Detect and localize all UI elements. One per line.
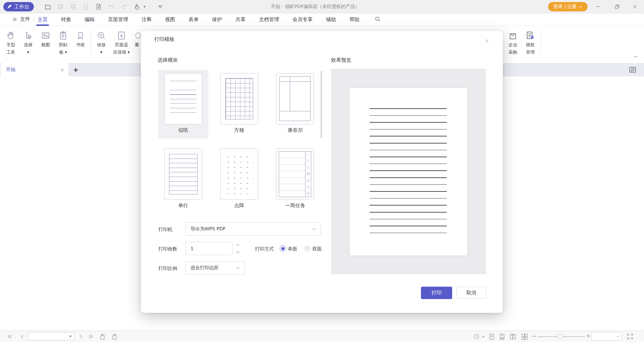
zoom-percent-combobox[interactable] [591,332,622,341]
menu-item-member[interactable]: 会员专享 [292,16,313,23]
login-caret-icon [579,5,582,9]
copies-increment-button[interactable] [235,243,240,247]
radio-single-sided[interactable] [280,245,286,251]
last-page-button[interactable] [88,333,95,340]
next-view-button[interactable] [111,333,118,341]
tap-tool-caret-icon[interactable] [142,3,147,11]
menu-item-comment[interactable]: 注释 [142,16,152,23]
menu-item-page-manage[interactable]: 页面管理 [108,16,128,23]
template-cornell-thumbnail[interactable] [276,73,314,124]
template-dot-grid-thumbnail[interactable] [220,149,258,200]
single-page-view-button[interactable] [488,333,495,340]
template-grid-thumbnail[interactable] [220,73,258,124]
menu-item-convert[interactable]: 转换 [61,16,71,23]
enterprise-purchase-button[interactable]: 企业 采购 [504,29,521,55]
print-button[interactable] [69,3,77,11]
previous-page-button[interactable] [19,333,25,340]
open-file-button[interactable] [44,3,52,11]
clipboard-tool-button[interactable]: 剪贴 板 ▾ [54,29,72,55]
restore-window-button[interactable] [613,3,621,10]
zoom-slider-thumb[interactable] [558,334,563,339]
combo-caret-icon [69,335,72,338]
new-page-icon[interactable] [95,3,103,11]
chevron-down-icon [236,266,240,270]
print-button[interactable]: 打印 [421,287,452,299]
remove-page-icon[interactable] [82,3,90,11]
tab-close-icon[interactable] [60,68,64,72]
facing-continuous-view-button[interactable] [521,333,528,340]
continuous-page-view-button[interactable] [498,333,506,340]
menu-item-share[interactable]: 共享 [235,16,246,23]
menu-item-view[interactable]: 视图 [165,16,175,23]
license-gear-icon [522,29,539,41]
minimize-button[interactable] [594,3,602,10]
hamburger-icon [12,17,17,22]
copies-decrement-button[interactable] [235,250,240,254]
workspace-label: 工作台 [14,4,29,10]
page-fit-icon [111,29,132,41]
page-number-combobox[interactable] [28,332,74,340]
previous-view-button[interactable] [99,333,106,341]
menu-item-home[interactable]: 主页 [38,16,48,23]
print-scale-select[interactable]: 适合打印边距 [185,261,245,275]
chevron-down-icon [312,227,316,231]
template-list-scrollbar[interactable] [321,71,322,138]
menu-item-assist[interactable]: 辅助 [326,16,336,23]
menu-item-protect[interactable]: 保护 [212,16,222,23]
template-letter-label[interactable]: 信纸 [158,127,208,133]
customize-toolbar-button[interactable] [156,3,164,11]
read-mode-clock-button[interactable] [473,333,480,340]
fullscreen-button[interactable] [627,333,634,340]
hand-icon [2,29,19,41]
template-grid-label[interactable]: 方格 [214,127,264,133]
double-sided-label[interactable]: 双面 [312,246,322,252]
first-page-button[interactable] [6,333,13,340]
redo-button[interactable] [120,3,128,11]
zoom-out-button[interactable]: − [532,333,536,339]
template-single-row-label[interactable]: 单行 [158,203,208,209]
template-letter-thumbnail[interactable] [164,73,202,124]
menu-item-edit[interactable]: 编辑 [85,16,95,23]
zoom-in-button[interactable]: + [586,333,590,339]
menu-file[interactable]: 文件 [12,16,30,22]
menu-item-help[interactable]: 帮助 [350,16,360,23]
menu-item-doc-manage[interactable]: 文档管理 [259,16,279,23]
cancel-button[interactable]: 取消 [456,287,486,299]
template-weekly-task-thumbnail[interactable]: 一二三四五六日 [276,149,314,200]
preview-lines-graphic [370,108,447,233]
next-page-button[interactable] [77,333,84,340]
close-window-button[interactable] [631,3,639,10]
read-mode-caret-icon[interactable] [482,335,485,339]
undo-button[interactable] [107,3,115,11]
save-button[interactable] [56,3,64,11]
page-fit-options-button[interactable]: 页面适 应选项 ▾ [111,29,132,55]
template-single-row-thumbnail[interactable] [164,149,202,200]
dialog-title: 打印模板 [154,36,174,43]
select-tool-button[interactable]: 选择 ▾ [19,29,37,55]
facing-page-view-button[interactable] [509,333,517,340]
bookmark-tool-button[interactable]: 书签 [72,29,89,48]
tap-tool-button[interactable] [133,3,141,11]
template-dot-grid-label[interactable]: 点阵 [214,203,264,209]
tab-start[interactable]: 开始 [1,63,68,76]
radio-double-sided[interactable] [304,245,310,251]
dialog-close-button[interactable] [482,36,492,46]
zoom-tool-button[interactable]: 缩放 ▾ [93,29,110,55]
combo-caret-icon [616,335,620,338]
login-register-button[interactable]: 登录 / 注册 [548,2,588,11]
template-weekly-task-label[interactable]: 一周任务 [270,203,320,209]
single-sided-label[interactable]: 单面 [288,246,297,252]
partial-tool-button[interactable]: 重 [133,29,141,48]
printer-select[interactable]: 导出为WPS PDF [185,222,321,236]
workspace-button[interactable]: 工作台 [3,2,34,11]
template-cornell-label[interactable]: 康奈尔 [270,127,320,133]
new-tab-button[interactable]: + [72,66,80,74]
search-icon[interactable] [374,16,381,22]
screenshot-tool-button[interactable]: 截图 [37,29,54,48]
license-manage-button[interactable]: 授权 管理 [522,29,539,55]
hand-tool-button[interactable]: 手型 工具 [2,29,19,55]
collapse-ribbon-button[interactable] [633,54,638,59]
menu-item-form[interactable]: 表单 [189,16,199,23]
switch-view-icon[interactable] [629,65,637,74]
copies-input[interactable] [185,242,232,255]
